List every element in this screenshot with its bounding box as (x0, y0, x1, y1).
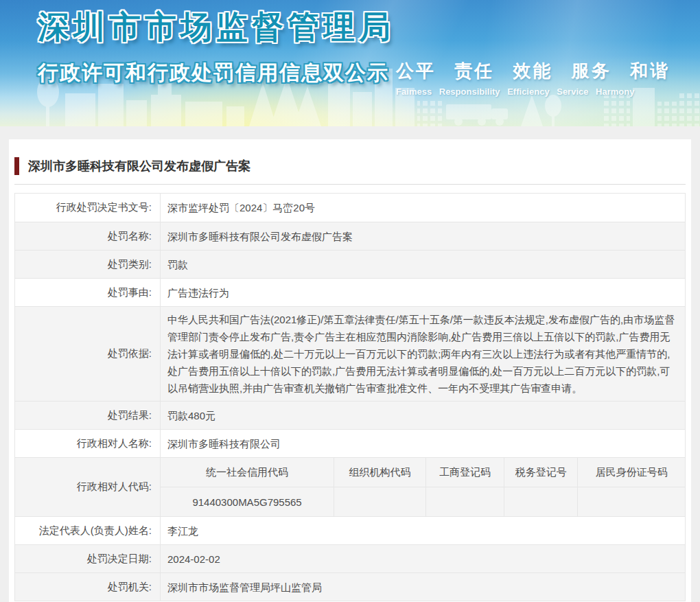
field-value: 李江龙 (160, 517, 685, 544)
field-label: 法定代表人(负责人)姓名: (15, 517, 160, 544)
table-row-document-number: 行政处罚决定书文号: 深市监坪处罚〔2024〕马峦20号 (15, 194, 685, 222)
table-row-penalty-result: 处罚结果: 罚款480元 (15, 401, 685, 429)
field-value: 2024-02-02 (160, 545, 685, 572)
page-background: 深圳市多睡科技有限公司发布虚假广告案 行政处罚决定书文号: 深市监坪处罚〔202… (0, 126, 700, 602)
field-label: 处罚决定日期: (15, 545, 160, 572)
field-value: 深市监坪处罚〔2024〕马峦20号 (160, 194, 685, 222)
header-divider (14, 184, 686, 185)
code-column-header: 居民身份证号码 (577, 458, 685, 487)
site-subtitle: 行政许可和行政处罚信用信息双公示 (38, 59, 395, 87)
field-value: 深圳市多睡科技有限公司发布虚假广告案 (160, 222, 685, 250)
code-value (504, 487, 577, 516)
table-row-counterpart-name: 行政相对人名称: 深圳市多睡科技有限公司 (15, 429, 685, 457)
site-banner: 深圳市市场监督管理局 行政许可和行政处罚信用信息双公示 公平 责任 效能 服务 … (0, 0, 700, 126)
field-label: 处罚类别: (15, 251, 160, 278)
code-column-header: 组织机构代码 (334, 458, 425, 487)
code-value (334, 487, 425, 516)
title-accent-bar (14, 157, 19, 175)
code-column-header: 统一社会信用代码 (161, 458, 334, 487)
case-title: 深圳市多睡科技有限公司发布虚假广告案 (28, 158, 250, 174)
table-row-legal-representative: 法定代表人(负责人)姓名: 李江龙 (15, 516, 685, 544)
codes-subtable: 统一社会信用代码 组织机构代码 工商登记码 税务登记号 居民身份证号码 9144… (160, 458, 685, 516)
field-label: 处罚事由: (15, 279, 160, 306)
codes-value-row: 91440300MA5G795565 (161, 487, 685, 516)
field-value: 罚款480元 (160, 402, 685, 429)
field-value: 深圳市市场监督管理局坪山监管局 (160, 573, 685, 601)
field-value: 深圳市多睡科技有限公司 (160, 430, 685, 457)
code-column-header: 工商登记码 (425, 458, 504, 487)
content-card: 深圳市多睡科技有限公司发布虚假广告案 行政处罚决定书文号: 深市监坪处罚〔202… (9, 139, 691, 602)
field-label: 处罚机关: (15, 573, 160, 601)
field-label: 行政处罚决定书文号: (15, 194, 160, 222)
code-value (425, 487, 504, 516)
site-title: 深圳市市场监督管理局 (38, 6, 395, 49)
code-value: 91440300MA5G795565 (161, 487, 334, 516)
table-row-penalty-reason: 处罚事由: 广告违法行为 (15, 278, 685, 306)
code-value (577, 487, 685, 516)
table-row-penalty-name: 处罚名称: 深圳市多睡科技有限公司发布虚假广告案 (15, 222, 685, 250)
slogan-chinese: 公平 责任 效能 服务 和谐 (396, 59, 670, 83)
field-label: 处罚依据: (15, 307, 160, 401)
penalty-info-table: 行政处罚决定书文号: 深市监坪处罚〔2024〕马峦20号 处罚名称: 深圳市多睡… (14, 193, 686, 601)
case-header: 深圳市多睡科技有限公司发布虚假广告案 (14, 157, 686, 175)
codes-header-row: 统一社会信用代码 组织机构代码 工商登记码 税务登记号 居民身份证号码 (161, 458, 685, 487)
table-row-penalty-basis: 处罚依据: 中华人民共和国广告法(2021修正)/第五章法律责任/第五十五条/第… (15, 306, 685, 401)
table-row-penalty-authority: 处罚机关: 深圳市市场监督管理局坪山监管局 (15, 572, 685, 601)
field-value: 罚款 (160, 251, 685, 278)
field-value: 广告违法行为 (160, 279, 685, 306)
code-column-header: 税务登记号 (504, 458, 577, 487)
field-label: 处罚名称: (15, 222, 160, 250)
field-value: 中华人民共和国广告法(2021修正)/第五章法律责任/第五十五条/第一款违反本法… (160, 307, 685, 401)
slogan-english: Faimess Responsibility Efficiency Servic… (396, 86, 670, 97)
field-label: 处罚结果: (15, 402, 160, 429)
table-row-counterpart-codes: 行政相对人代码: 统一社会信用代码 组织机构代码 工商登记码 税务登记号 居民身… (15, 457, 685, 516)
table-row-penalty-category: 处罚类别: 罚款 (15, 250, 685, 278)
field-label: 行政相对人代码: (15, 458, 160, 516)
table-row-decision-date: 处罚决定日期: 2024-02-02 (15, 544, 685, 572)
field-label: 行政相对人名称: (15, 430, 160, 457)
